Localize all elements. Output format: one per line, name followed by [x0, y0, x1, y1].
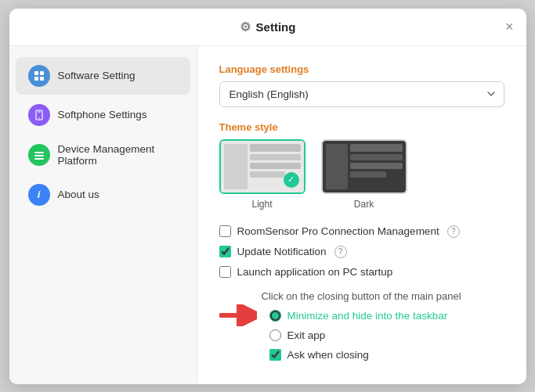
checkbox-group: RoomSensor Pro Connection Management ? U…: [219, 225, 504, 278]
dialog-header: ⚙ Setting ×: [9, 9, 526, 46]
checkbox-launch-startup[interactable]: Launch application on PC startup: [219, 266, 504, 278]
sidebar-item-device-management-label: Device Management Platform: [58, 143, 178, 167]
software-setting-icon: [28, 65, 50, 87]
dialog-title: ⚙ Setting: [240, 20, 296, 34]
theme-option-light[interactable]: ✓ Light: [219, 139, 305, 210]
update-notification-help-icon[interactable]: ?: [334, 246, 347, 258]
roomsensor-label: RoomSensor Pro Connection Management: [237, 225, 439, 237]
sidebar-item-software-setting[interactable]: Software Setting: [16, 57, 190, 95]
ask-closing-checkbox[interactable]: [269, 349, 281, 361]
update-notification-checkbox[interactable]: [219, 246, 231, 257]
radio-content: Click on the closing button of the main …: [262, 290, 461, 361]
gear-icon: ⚙: [240, 20, 251, 34]
close-button[interactable]: ×: [505, 20, 514, 34]
radio-section: Click on the closing button of the main …: [219, 290, 504, 361]
exit-radio[interactable]: [269, 329, 281, 341]
minimize-radio[interactable]: [269, 310, 281, 322]
svg-rect-8: [34, 158, 44, 160]
dialog-body: Software Setting Softphone Settings: [9, 46, 526, 384]
radio-section-label: Click on the closing button of the main …: [262, 290, 461, 302]
main-content: Language settings English (English) Chin…: [197, 46, 526, 384]
svg-rect-3: [40, 77, 44, 81]
checkbox-roomsensor[interactable]: RoomSensor Pro Connection Management ?: [219, 225, 504, 238]
sidebar-item-about-us[interactable]: i About us: [16, 176, 190, 214]
dialog-title-text: Setting: [256, 20, 296, 34]
svg-rect-6: [34, 152, 44, 153]
red-arrow: [219, 304, 257, 329]
svg-rect-1: [40, 71, 44, 75]
light-theme-preview: ✓: [219, 139, 305, 194]
dark-theme-preview: [321, 139, 407, 194]
launch-startup-label: Launch application on PC startup: [237, 266, 393, 278]
theme-row: ✓ Light: [219, 139, 504, 210]
ask-closing-label: Ask when closing: [287, 349, 369, 361]
light-theme-check: ✓: [284, 172, 299, 188]
sidebar-item-softphone-settings[interactable]: Softphone Settings: [16, 96, 190, 134]
svg-rect-7: [34, 155, 44, 156]
svg-point-4: [38, 117, 40, 119]
language-section-label: Language settings: [219, 63, 504, 75]
sidebar-item-softphone-settings-label: Softphone Settings: [58, 109, 147, 120]
light-theme-label: Light: [251, 199, 272, 210]
about-us-icon: i: [28, 184, 50, 206]
sidebar-item-about-us-label: About us: [58, 189, 99, 200]
checkbox-ask-closing[interactable]: Ask when closing: [269, 349, 461, 361]
radio-exit[interactable]: Exit app: [269, 329, 461, 341]
launch-startup-checkbox[interactable]: [219, 266, 231, 278]
theme-option-dark[interactable]: Dark: [321, 139, 407, 210]
roomsensor-checkbox[interactable]: [219, 225, 231, 237]
language-select[interactable]: English (English) Chinese (中文) Spanish (…: [219, 81, 504, 107]
device-management-icon: [28, 144, 50, 166]
softphone-settings-icon: [28, 104, 50, 126]
svg-rect-0: [34, 71, 38, 75]
roomsensor-help-icon[interactable]: ?: [447, 225, 460, 238]
dark-theme-label: Dark: [354, 199, 374, 210]
sidebar-item-software-setting-label: Software Setting: [58, 70, 136, 81]
sidebar: Software Setting Softphone Settings: [9, 46, 197, 384]
sidebar-item-device-management[interactable]: Device Management Platform: [16, 135, 190, 174]
radio-group: Minimize and hide into the taskbar Exit …: [262, 310, 461, 361]
radio-minimize[interactable]: Minimize and hide into the taskbar: [269, 310, 461, 322]
theme-section-label: Theme style: [219, 121, 504, 133]
update-notification-label: Update Notification: [237, 246, 327, 257]
checkbox-update-notification[interactable]: Update Notification ?: [219, 246, 504, 258]
exit-label: Exit app: [287, 329, 326, 341]
svg-rect-2: [34, 77, 38, 81]
minimize-label: Minimize and hide into the taskbar: [287, 310, 448, 322]
settings-dialog: ⚙ Setting × Software Setting: [9, 9, 526, 384]
